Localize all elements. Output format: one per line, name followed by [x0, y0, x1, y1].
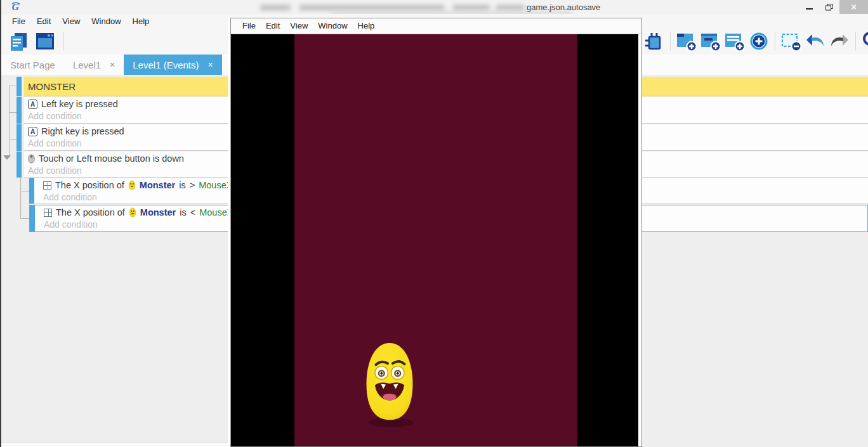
tree-line: [9, 86, 10, 158]
monster-thumbnail-icon: [128, 180, 136, 190]
keyboard-icon: A: [28, 100, 37, 109]
redo-icon[interactable]: [829, 30, 850, 52]
undo-icon[interactable]: [805, 30, 826, 52]
condition-text: Touch or Left mouse button is down: [39, 153, 184, 164]
redacted-title-text: [453, 4, 490, 11]
preview-menu-window[interactable]: Window: [313, 21, 352, 30]
scene-window-icon[interactable]: [34, 30, 56, 52]
condition-verb: is: [180, 207, 186, 217]
keyboard-icon: A: [28, 127, 37, 136]
event-bar[interactable]: [16, 124, 22, 151]
monster-sprite: [358, 340, 421, 430]
tree-line: [9, 112, 16, 113]
restore-icon: [825, 4, 833, 11]
event-bar[interactable]: [16, 152, 22, 178]
add-circle-icon[interactable]: [748, 30, 770, 52]
condition-text: The X position of: [56, 207, 125, 217]
preview-menu-help[interactable]: Help: [353, 21, 380, 30]
menu-help[interactable]: Help: [127, 16, 155, 26]
condition-text: Right key is pressed: [41, 126, 124, 136]
redacted-title-text: [496, 4, 524, 11]
tab-close-icon[interactable]: ×: [110, 60, 115, 70]
game-canvas[interactable]: [231, 34, 638, 446]
toolbar-separator: [670, 32, 671, 51]
menu-view[interactable]: View: [56, 16, 86, 26]
minimize-button[interactable]: [799, 0, 819, 14]
preview-menubar: File Edit View Window Help: [231, 18, 641, 34]
window-title: game.json.autosave: [527, 3, 600, 12]
toolbar-separator: [775, 32, 775, 51]
restore-button[interactable]: [819, 0, 839, 14]
menu-window[interactable]: Window: [86, 16, 126, 26]
scene-background: [294, 34, 577, 446]
mouse-icon: [28, 154, 35, 164]
gdevelop-logo-icon: G: [10, 1, 22, 13]
toolbar-separator: [855, 32, 856, 51]
position-icon: [44, 209, 52, 217]
add-subevent-icon[interactable]: [700, 30, 721, 52]
tree-line: [20, 174, 21, 219]
tree-line: [20, 218, 29, 219]
condition-operator: >: [190, 180, 195, 190]
tree-line: [20, 191, 29, 191]
object-name: Monster: [140, 180, 175, 190]
project-manager-icon[interactable]: [8, 30, 29, 52]
horizontal-scrollbar[interactable]: [1, 442, 228, 447]
add-event-icon[interactable]: [676, 30, 697, 52]
close-button[interactable]: ×: [839, 0, 868, 14]
object-name: Monster: [140, 207, 176, 217]
condition-verb: is: [179, 180, 185, 190]
tab-label: Start Page: [10, 60, 55, 70]
preview-menu-edit[interactable]: Edit: [261, 21, 285, 30]
condition-operator: <: [190, 207, 195, 217]
tab-level1[interactable]: Level1 ×: [64, 55, 124, 75]
expand-arrow-icon[interactable]: [3, 155, 11, 160]
tab-close-icon[interactable]: ×: [208, 60, 213, 70]
remove-event-icon[interactable]: [780, 30, 802, 52]
add-comment-icon[interactable]: [724, 30, 746, 52]
condition-text: Left key is pressed: [41, 99, 118, 109]
preview-menu-file[interactable]: File: [237, 21, 261, 30]
preview-window: File Edit View Window Help: [230, 18, 642, 447]
window-controls: ×: [799, 0, 868, 14]
toolbar-left-group: [8, 30, 67, 52]
redacted-title-text: [260, 4, 291, 11]
condition-text: The X position of: [55, 180, 124, 190]
menu-file[interactable]: File: [6, 16, 31, 26]
tab-start-page[interactable]: Start Page: [1, 55, 64, 75]
tab-label: Level1 (Events): [133, 60, 199, 70]
tree-line: [9, 86, 16, 86]
tab-label: Level1: [73, 60, 101, 70]
event-bar[interactable]: [16, 77, 22, 96]
monster-thumbnail-icon: [129, 207, 136, 217]
toolbar-separator: [63, 32, 64, 51]
debugger-icon[interactable]: [643, 30, 665, 52]
gdevelop-main-window: G game.json.autosave × File Edit View Wi…: [0, 0, 868, 447]
tree-line: [9, 139, 16, 140]
comment-text: MONSTER: [28, 81, 76, 92]
toolbar-right-group: [643, 30, 868, 52]
event-bar[interactable]: [16, 97, 22, 124]
tab-level1-events[interactable]: Level1 (Events) ×: [124, 55, 221, 75]
preview-menu-view[interactable]: View: [285, 21, 313, 30]
search-icon[interactable]: [861, 30, 868, 52]
titlebar: G game.json.autosave ×: [1, 0, 868, 14]
position-icon: [43, 181, 51, 190]
menu-edit[interactable]: Edit: [31, 16, 56, 26]
redacted-title-text: [299, 4, 444, 11]
